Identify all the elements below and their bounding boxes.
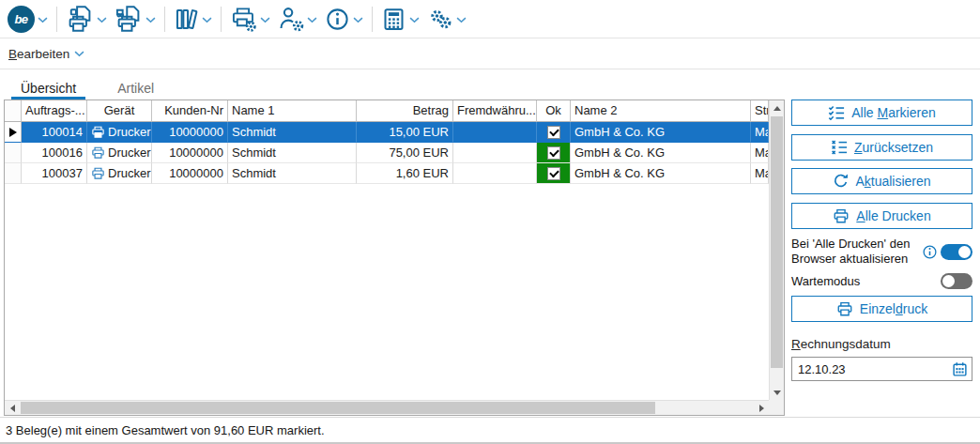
user-settings-button[interactable] [277, 5, 305, 33]
browser-refresh-label: Bei 'Alle Drucken' den Browser aktualisi… [791, 237, 920, 267]
cell-fremdwaehrung [453, 163, 537, 184]
app-logo-button[interactable]: be [7, 5, 36, 34]
header-name2[interactable]: Name 2 [571, 100, 751, 122]
calculator-icon [381, 7, 406, 32]
calculator-button[interactable] [380, 6, 407, 33]
menu-bearbeiten[interactable]: Bearbeiten [8, 47, 84, 61]
einzeldruck-button[interactable]: Einzeldruck [791, 296, 972, 322]
library-button[interactable] [173, 6, 200, 33]
calendar-icon[interactable] [952, 361, 968, 377]
browser-refresh-row: Bei 'Alle Drucken' den Browser aktualisi… [791, 237, 972, 267]
row-indicator [5, 122, 22, 143]
rechnungsdatum-input[interactable] [791, 357, 972, 381]
header-row-indicator [5, 100, 22, 122]
header-ok[interactable]: Ok [537, 100, 571, 122]
horizontal-scroll-thumb[interactable] [21, 402, 655, 414]
chevron-down-icon [74, 51, 84, 57]
settings-button[interactable] [426, 5, 454, 33]
cell-kunden-nr: 10000000 [152, 122, 228, 143]
tab-uebersicht[interactable]: Übersicht [11, 69, 85, 100]
app-window: be Bearbeiten Übersicht Artikel [0, 0, 980, 444]
printer-icon [91, 125, 105, 139]
table-row[interactable]: 100014 Drucker 10000000 Schmidt 15,00 EU… [5, 122, 769, 143]
printer-settings-dropdown[interactable] [260, 17, 270, 23]
printer-icon [91, 166, 105, 180]
scroll-left-button[interactable] [5, 401, 20, 416]
toolbar: be [0, 0, 980, 38]
cell-name1: Schmidt [228, 163, 357, 184]
header-name1[interactable]: Name 1 [228, 100, 357, 122]
horizontal-scrollbar[interactable] [5, 400, 769, 415]
vertical-scrollbar[interactable] [769, 100, 784, 400]
zuruecksetzen-label: Zurücksetzen [854, 140, 933, 155]
ok-checkbox[interactable] [547, 126, 560, 139]
info-button[interactable] [324, 6, 351, 33]
cell-fremdwaehrung [453, 122, 537, 143]
cell-ok [537, 143, 571, 163]
header-fremdwaehrung[interactable]: Fremdwähru... [453, 100, 537, 122]
zuruecksetzen-button[interactable]: Zurücksetzen [791, 134, 972, 161]
cell-ok [537, 122, 571, 143]
delivery-note-print-button[interactable] [114, 4, 144, 34]
einzeldruck-label: Einzeldruck [860, 301, 927, 316]
info-dropdown[interactable] [353, 17, 363, 23]
delivery-note-print-dropdown[interactable] [145, 17, 156, 23]
header-kunden-nr[interactable]: Kunden-Nr [152, 100, 228, 122]
alle-markieren-button[interactable]: Alle Markieren [791, 100, 972, 126]
header-auftrag[interactable]: Auftrags-... [22, 100, 87, 122]
table-row[interactable]: 100016 Drucker 10000000 Schmidt 75,00 EU… [5, 143, 769, 163]
chevron-down-icon [353, 17, 363, 23]
scroll-right-button[interactable] [754, 401, 769, 416]
vertical-scroll-thumb[interactable] [771, 116, 783, 368]
menu-bearbeiten-label: Bearbeiten [8, 47, 69, 61]
browser-refresh-toggle[interactable] [941, 244, 972, 260]
cell-geraet: Drucker [87, 122, 152, 143]
chevron-down-icon [38, 17, 48, 23]
arrow-down-icon [773, 390, 781, 395]
scroll-down-button[interactable] [770, 385, 785, 400]
document-print-button[interactable] [65, 4, 95, 34]
aktualisieren-label: Aktualisieren [855, 174, 930, 189]
wartemodus-toggle[interactable] [941, 273, 972, 289]
cell-kunden-nr: 10000000 [152, 163, 228, 184]
settings-dropdown[interactable] [456, 17, 467, 23]
delivery-note-print-icon [115, 5, 143, 33]
chevron-down-icon [307, 17, 317, 23]
header-geraet[interactable]: Gerät [87, 100, 152, 122]
arrow-up-icon [773, 106, 781, 111]
cell-auftrag: 100037 [22, 163, 87, 184]
wartemodus-label: Wartemodus [791, 274, 860, 289]
user-settings-dropdown[interactable] [307, 17, 317, 23]
cell-fremdwaehrung [453, 143, 537, 163]
cell-strasse: Mari [751, 143, 769, 163]
selected-row-arrow-icon [9, 128, 17, 137]
cell-name1: Schmidt [228, 143, 357, 163]
chevron-down-icon [202, 17, 212, 23]
table-row[interactable]: 100037 Drucker 10000000 Schmidt 1,60 EUR… [5, 163, 769, 184]
ok-checkbox[interactable] [547, 167, 560, 180]
x-list-icon [831, 139, 848, 156]
document-print-dropdown[interactable] [97, 17, 107, 23]
menu-bar: Bearbeiten [0, 38, 980, 69]
scroll-up-button[interactable] [770, 100, 785, 115]
toolbar-separator [164, 7, 165, 32]
library-dropdown[interactable] [202, 17, 212, 23]
header-strasse[interactable]: Stras [751, 100, 769, 122]
info-icon[interactable] [922, 244, 938, 260]
app-logo-dropdown[interactable] [38, 17, 48, 23]
aktualisieren-button[interactable]: Aktualisieren [791, 168, 972, 194]
arrow-left-icon [10, 405, 15, 412]
ok-checkbox[interactable] [547, 146, 560, 160]
printer-settings-icon [230, 6, 257, 33]
printer-settings-button[interactable] [229, 5, 258, 34]
alle-drucken-button[interactable]: Alle Drucken [791, 203, 972, 229]
info-icon [325, 7, 350, 32]
geraet-label: Drucker [108, 163, 151, 183]
cell-kunden-nr: 10000000 [152, 143, 228, 163]
wartemodus-row: Wartemodus [791, 273, 972, 289]
header-betrag[interactable]: Betrag [357, 100, 453, 122]
table-header-row: Auftrags-... Gerät Kunden-Nr Name 1 Betr… [5, 100, 769, 122]
user-settings-icon [278, 6, 304, 32]
calculator-dropdown[interactable] [409, 17, 420, 23]
tab-artikel[interactable]: Artikel [108, 69, 163, 100]
